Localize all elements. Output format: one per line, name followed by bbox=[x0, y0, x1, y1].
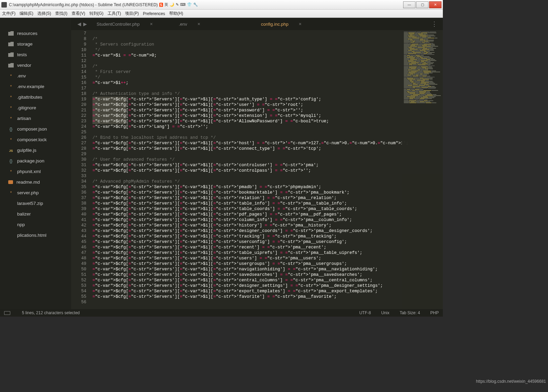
code-line[interactable]: ="c-var">$cfg[="c-str">'Servers'][="c-va… bbox=[92, 108, 443, 113]
code-line[interactable]: /* Advanced phpMyAdmin features */ bbox=[92, 179, 443, 184]
tab-config-inc-php[interactable]: config.inc.php× bbox=[255, 18, 330, 30]
sidebar-item-composer-lock[interactable]: composer.lock bbox=[0, 134, 71, 145]
tab-overflow-icon[interactable]: ⋮ bbox=[426, 18, 443, 30]
code-line[interactable]: /* bbox=[92, 36, 443, 42]
code-line[interactable]: ="c-var">$cfg[="c-str">'Servers'][="c-va… bbox=[92, 201, 443, 206]
menu-project[interactable]: 项目(P) bbox=[125, 11, 139, 16]
tab-StudentController-php[interactable]: StudentController.php× bbox=[90, 18, 173, 30]
code-line[interactable]: ="c-var">$cfg[="c-str">'Servers'][="c-va… bbox=[92, 283, 443, 289]
code-content[interactable]: /* * Servers configuration */="c-var">$i… bbox=[90, 30, 443, 309]
code-line[interactable]: ="c-var">$cfg[="c-str">'Servers'][="c-va… bbox=[92, 239, 443, 245]
code-line[interactable]: */ bbox=[92, 75, 443, 80]
status-line-ending[interactable]: Unix bbox=[381, 310, 389, 315]
sidebar-item-tests[interactable]: tests bbox=[0, 49, 71, 60]
tab-prev-icon[interactable]: ◀ bbox=[77, 21, 81, 27]
code-line[interactable] bbox=[92, 58, 443, 64]
code-line[interactable] bbox=[92, 173, 443, 179]
code-line[interactable]: ="c-var">$cfg[="c-str">'Servers'][="c-va… bbox=[92, 162, 443, 168]
close-button[interactable]: ✕ bbox=[429, 1, 441, 8]
sidebar-item-composer-json[interactable]: composer.json bbox=[0, 124, 71, 134]
sidebar-item-phpunit-xml[interactable]: phpunit.xml bbox=[0, 166, 71, 177]
minimap[interactable] bbox=[402, 30, 443, 309]
sidebar-item-balizer[interactable]: balizer bbox=[0, 209, 71, 219]
code-line[interactable]: ="c-var">$cfg[="c-str">'Servers'][="c-va… bbox=[92, 113, 443, 119]
code-line[interactable]: /* Bind to the localhost ipv4 address an… bbox=[92, 135, 443, 140]
code-line[interactable] bbox=[92, 151, 443, 157]
sidebar-item-gulpfile-js[interactable]: gulpfile.js bbox=[0, 145, 71, 156]
code-line[interactable]: ="c-var">$cfg[="c-str">'Servers'][="c-va… bbox=[92, 206, 443, 212]
code-line[interactable]: * Servers configuration bbox=[92, 42, 443, 47]
code-line[interactable]: /* User for advanced features */ bbox=[92, 157, 443, 162]
code-line[interactable] bbox=[92, 299, 443, 305]
code-line[interactable]: ="c-var">$cfg[="c-str">'Servers'][="c-va… bbox=[92, 195, 443, 201]
status-syntax[interactable]: PHP bbox=[430, 310, 439, 315]
code-line[interactable]: ="c-var">$cfg[="c-str">'Servers'][="c-va… bbox=[92, 190, 443, 195]
code-line[interactable]: ="c-var">$cfg[="c-str">'Servers'][="c-va… bbox=[92, 267, 443, 272]
tab-next-icon[interactable]: ▶ bbox=[83, 21, 87, 27]
code-line[interactable]: ="c-var">$cfg[="c-str">'Servers'][="c-va… bbox=[92, 146, 443, 151]
sidebar-item-artisan[interactable]: artisan bbox=[0, 113, 71, 124]
menu-preferences[interactable]: Preferences bbox=[143, 11, 165, 16]
menu-edit[interactable]: 编辑(E) bbox=[20, 11, 33, 16]
code-line[interactable]: /* bbox=[92, 64, 443, 69]
sidebar-item--gitattributes[interactable]: .gitattributes bbox=[0, 92, 71, 102]
code-line[interactable]: ="c-var">$cfg[="c-str">'Servers'][="c-va… bbox=[92, 256, 443, 261]
code-line[interactable]: ="c-var">$cfg[="c-str">'Servers'][="c-va… bbox=[92, 294, 443, 299]
menu-tools[interactable]: 工具(T) bbox=[108, 11, 121, 16]
code-line[interactable]: ="c-var">$cfg[="c-str">'Servers'][="c-va… bbox=[92, 97, 443, 102]
file-sidebar[interactable]: resourcesstoragetestsvendor.env.env.exam… bbox=[0, 18, 71, 309]
status-tab-size[interactable]: Tab Size: 4 bbox=[400, 310, 420, 315]
menu-view[interactable]: 查看(V) bbox=[72, 11, 85, 16]
menu-goto[interactable]: 转到(G) bbox=[89, 11, 103, 16]
sidebar-item-resources[interactable]: resources bbox=[0, 28, 71, 39]
code-line[interactable]: ="c-var">$cfg[="c-str">'Servers'][="c-va… bbox=[92, 119, 443, 124]
sidebar-item-readme-md[interactable]: readme.md bbox=[0, 177, 71, 187]
code-line[interactable]: ="c-var">$i = ="c-num">0; bbox=[92, 53, 443, 58]
status-encoding[interactable]: UTF-8 bbox=[359, 310, 371, 315]
tab--env[interactable]: .env× bbox=[173, 18, 255, 30]
menu-help[interactable]: 帮助(H) bbox=[169, 11, 183, 16]
code-line[interactable]: * First server bbox=[92, 69, 443, 75]
menu-find[interactable]: 查找(I) bbox=[55, 11, 67, 16]
sidebar-item--gitignore[interactable]: .gitignore bbox=[0, 102, 71, 113]
code-line[interactable]: ="c-var">$i++; bbox=[92, 80, 443, 86]
code-line[interactable]: ="c-var">$cfg[="c-str">'Servers'][="c-va… bbox=[92, 278, 443, 283]
menu-file[interactable]: 文件(F) bbox=[2, 11, 15, 16]
sidebar-item-vendor[interactable]: vendor bbox=[0, 60, 71, 71]
code-editor[interactable]: 7891011121314151617181920212223242526272… bbox=[71, 30, 443, 309]
code-line[interactable]: ="c-var">$cfg[="c-str">'Servers'][="c-va… bbox=[92, 234, 443, 239]
code-line[interactable]: ="c-var">$cfg[="c-str">'Servers'][="c-va… bbox=[92, 140, 443, 146]
sidebar-item-package-json[interactable]: package.json bbox=[0, 156, 71, 166]
sidebar-item-storage[interactable]: storage bbox=[0, 39, 71, 49]
code-line[interactable]: ="c-var">$cfg[="c-str">'Servers'][="c-va… bbox=[92, 228, 443, 234]
sidebar-item--env-example[interactable]: .env.example bbox=[0, 81, 71, 92]
code-line[interactable]: ="c-var">$cfg[="c-str">'Servers'][="c-va… bbox=[92, 212, 443, 217]
sidebar-item-laravel57-zip[interactable]: laravel57.zip bbox=[0, 198, 71, 209]
close-icon[interactable]: × bbox=[299, 21, 301, 27]
sidebar-item-plications-html[interactable]: plications.html bbox=[0, 230, 71, 241]
menu-select[interactable]: 选择(S) bbox=[37, 11, 51, 16]
code-line[interactable]: ="c-var">$cfg[="c-str">'Servers'][="c-va… bbox=[92, 289, 443, 294]
close-icon[interactable]: × bbox=[198, 21, 200, 27]
code-line[interactable]: ="c-var">$cfg[="c-str">'Servers'][="c-va… bbox=[92, 184, 443, 190]
code-line[interactable] bbox=[92, 31, 443, 36]
code-line[interactable]: ="c-var">$cfg[="c-str">'Servers'][="c-va… bbox=[92, 217, 443, 223]
code-line[interactable]: /* Authentication type and info */ bbox=[92, 91, 443, 97]
code-line[interactable]: ="c-var">$cfg[="c-str">'Servers'][="c-va… bbox=[92, 223, 443, 228]
code-line[interactable]: */ bbox=[92, 47, 443, 53]
sidebar-item-server-php[interactable]: server.php bbox=[0, 187, 71, 198]
code-line[interactable] bbox=[92, 130, 443, 135]
code-line[interactable]: ="c-var">$cfg[="c-str">'Servers'][="c-va… bbox=[92, 261, 443, 267]
status-panel-icon[interactable] bbox=[4, 311, 10, 315]
minimize-button[interactable]: — bbox=[403, 1, 415, 8]
code-line[interactable] bbox=[92, 86, 443, 91]
maximize-button[interactable]: ▢ bbox=[416, 1, 428, 8]
code-line[interactable]: ="c-var">$cfg[="c-str">'Servers'][="c-va… bbox=[92, 102, 443, 108]
close-icon[interactable]: × bbox=[150, 21, 153, 27]
sidebar-item--env[interactable]: .env bbox=[0, 71, 71, 81]
code-line[interactable]: ="c-var">$cfg[="c-str">'Lang'] = ="c-str… bbox=[92, 124, 443, 130]
sidebar-item-npp[interactable]: npp bbox=[0, 219, 71, 230]
code-line[interactable]: ="c-var">$cfg[="c-str">'Servers'][="c-va… bbox=[92, 245, 443, 250]
code-line[interactable]: ="c-var">$cfg[="c-str">'Servers'][="c-va… bbox=[92, 272, 443, 278]
code-line[interactable]: ="c-var">$cfg[="c-str">'Servers'][="c-va… bbox=[92, 168, 443, 173]
